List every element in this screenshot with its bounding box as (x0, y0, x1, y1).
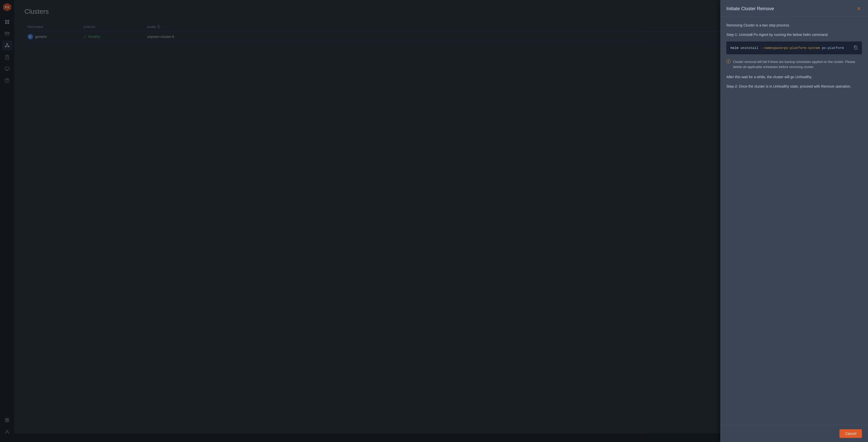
cmd-action: uninstall (740, 46, 760, 50)
modal-intro-text: Removing Cluster is a two step process. (726, 23, 862, 28)
modal-header: Initiate Cluster Remove ✕ (720, 0, 868, 17)
cmd-base: helm (731, 46, 740, 50)
helm-command-text: helm uninstall --namespace=px-platform-s… (731, 46, 850, 50)
modal-footer: Cancel (720, 425, 868, 442)
initiate-cluster-remove-modal: Initiate Cluster Remove ✕ Removing Clust… (720, 0, 868, 442)
modal-body: Removing Cluster is a two step process. … (720, 17, 868, 425)
warning-text: Cluster removal will fail if there are b… (733, 59, 862, 69)
modal-close-button[interactable]: ✕ (856, 6, 862, 12)
cmd-value: px-platform (822, 46, 844, 50)
cancel-button[interactable]: Cancel (839, 429, 862, 438)
svg-rect-26 (855, 47, 857, 50)
modal-step1-label: Step-1: Uninstall Px-Agent by running th… (726, 32, 862, 37)
modal-after-text: After this wait for a while, the cluster… (726, 75, 862, 80)
copy-button[interactable] (853, 45, 858, 51)
cmd-flag: --namespace=px-platform-system (760, 46, 822, 50)
warning-box: i Cluster removal will fail if there are… (726, 58, 862, 70)
modal-step2-label: Step-2: Once the cluster is in Unhealthy… (726, 84, 862, 89)
modal-title: Initiate Cluster Remove (726, 6, 774, 11)
helm-command-block: helm uninstall --namespace=px-platform-s… (726, 41, 862, 54)
warning-icon: i (726, 59, 731, 63)
